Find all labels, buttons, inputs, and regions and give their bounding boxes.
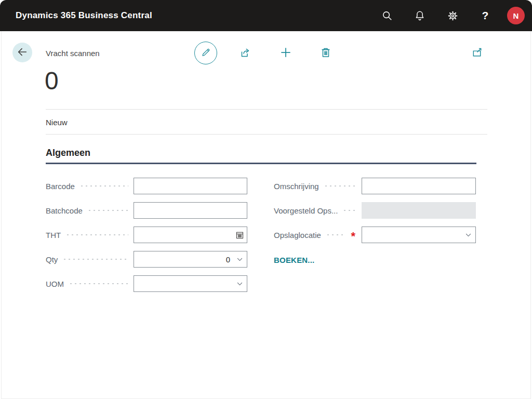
dot-leader [324,178,356,194]
section-underline [46,163,476,164]
notifications-button[interactable] [409,5,431,26]
delete-button[interactable] [319,46,332,60]
chevron-down-icon[interactable] [232,276,247,291]
field-label-opslaglocatie: Opslaglocatie [274,231,321,240]
qty-input[interactable]: 0 [134,251,247,268]
section-title-algemeen[interactable]: Algemeen [46,148,90,158]
batchcode-input[interactable] [134,202,247,219]
edit-button[interactable] [194,42,217,64]
field-label-omschrijving: Omschrijving [274,182,319,191]
boeken-link[interactable]: BOEKEN... [274,256,314,264]
field-row-uom: UOM [46,275,247,292]
field-row-barcode: Barcode [46,178,247,194]
dot-leader [69,275,128,292]
field-label-qty: Qty [46,255,58,264]
settings-button[interactable] [442,5,463,26]
uom-select[interactable] [134,275,247,292]
dot-leader [87,202,128,219]
field-label-batchcode: Batchcode [46,206,83,215]
trash-icon [320,46,332,60]
avatar-initial: N [513,11,519,20]
help-button[interactable]: ? [474,5,496,26]
dot-leader [342,202,356,219]
question-mark-icon: ? [482,9,489,22]
field-row-omschrijving: Omschrijving [274,178,476,194]
app-title: Dynamics 365 Business Central [16,10,152,21]
pencil-icon [201,47,211,59]
gear-icon [447,10,459,22]
arrow-left-icon [17,46,28,59]
field-row-tht: THT [46,227,247,243]
menu-item-nieuw[interactable]: Nieuw [46,118,68,127]
field-label-barcode: Barcode [46,182,75,191]
opslaglocatie-select[interactable] [362,227,476,243]
qty-value: 0 [226,255,232,264]
chevron-down-icon[interactable] [461,227,475,243]
business-central-app: Dynamics 365 Business Central [0,0,532,399]
back-button[interactable] [12,43,32,62]
page-caption: Vracht scannen [46,49,100,58]
dot-leader [79,178,128,194]
bell-icon [414,10,425,21]
search-button[interactable] [376,5,398,26]
plus-icon [279,46,292,61]
tht-date-input[interactable] [134,227,247,243]
open-in-window-button[interactable] [470,47,484,60]
field-row-batchcode: Batchcode [46,202,247,219]
field-row-voorgesteld-opslaglocatie: Voorgesteld Ops... [274,202,476,219]
titlebar: Dynamics 365 Business Central [0,0,532,31]
popout-icon [471,47,483,60]
search-icon [381,10,393,21]
field-label-tht: THT [46,231,61,240]
field-row-opslaglocatie: Opslaglocatie * [274,227,476,243]
field-label-voorgesteld: Voorgesteld Ops... [274,206,338,215]
field-row-qty: Qty 0 [46,251,247,268]
dot-leader [62,251,128,268]
required-asterisk: * [351,228,355,245]
field-label-uom: UOM [46,280,64,288]
voorgesteld-opslaglocatie-field-disabled [362,202,476,219]
dot-leader [326,227,345,243]
dot-leader [65,227,128,243]
avatar[interactable]: N [507,7,525,24]
share-button[interactable] [238,46,252,60]
barcode-input[interactable] [134,178,247,194]
omschrijving-input[interactable] [362,178,476,194]
chevron-down-icon[interactable] [232,251,247,267]
divider [46,134,487,135]
new-button[interactable] [279,46,292,60]
divider [46,109,487,110]
calendar-icon[interactable] [232,227,247,243]
record-title: 0 [45,66,59,95]
share-icon [239,46,251,60]
titlebar-actions: ? N [365,0,525,31]
